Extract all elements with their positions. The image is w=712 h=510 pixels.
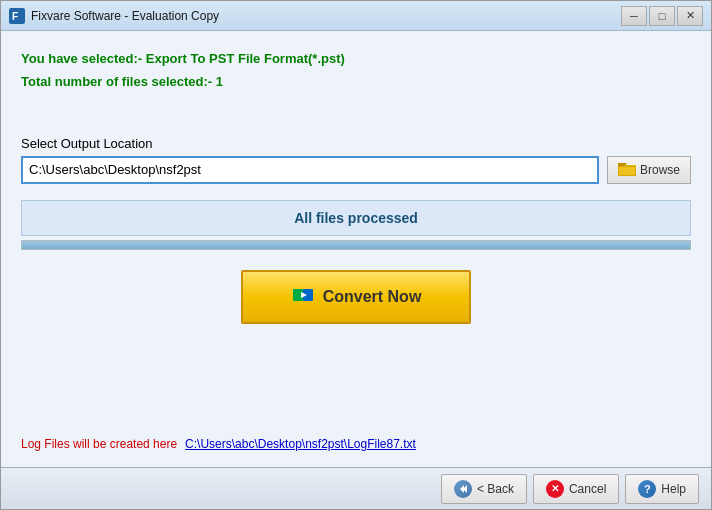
browse-label-text: Browse (640, 163, 680, 177)
bottom-toolbar: < Back ✕ Cancel ? Help (1, 467, 711, 509)
cancel-button[interactable]: ✕ Cancel (533, 474, 619, 504)
back-label: < Back (477, 482, 514, 496)
output-path-input[interactable] (21, 156, 599, 184)
cancel-icon: ✕ (546, 480, 564, 498)
progress-fill (22, 241, 690, 249)
output-row: Browse (21, 156, 691, 184)
info-section: You have selected:- Export To PST File F… (21, 47, 691, 94)
log-files-label: Log Files will be created here (21, 437, 177, 451)
progress-track (21, 240, 691, 250)
cancel-label: Cancel (569, 482, 606, 496)
log-file-link[interactable]: C:\Users\abc\Desktop\nsf2pst\LogFile87.t… (185, 437, 416, 451)
svg-text:F: F (12, 11, 18, 22)
convert-now-button[interactable]: Convert Now (241, 270, 471, 324)
app-icon: F (9, 8, 25, 24)
status-text: All files processed (294, 210, 418, 226)
selected-format-label: You have selected:- Export To PST File F… (21, 47, 691, 70)
svg-rect-6 (619, 167, 635, 175)
help-button[interactable]: ? Help (625, 474, 699, 504)
back-icon (454, 480, 472, 498)
output-section: Select Output Location Browse (21, 136, 691, 184)
title-bar: F Fixvare Software - Evaluation Copy ─ □… (1, 1, 711, 31)
help-label: Help (661, 482, 686, 496)
maximize-button[interactable]: □ (649, 6, 675, 26)
close-button[interactable]: ✕ (677, 6, 703, 26)
back-button[interactable]: < Back (441, 474, 527, 504)
main-content: You have selected:- Export To PST File F… (1, 31, 711, 467)
status-bar: All files processed (21, 200, 691, 236)
convert-icon (291, 283, 315, 311)
browse-button[interactable]: Browse (607, 156, 691, 184)
browse-folder-icon (618, 161, 636, 179)
help-icon: ? (638, 480, 656, 498)
files-count-label: Total number of files selected:- 1 (21, 70, 691, 93)
main-window: F Fixvare Software - Evaluation Copy ─ □… (0, 0, 712, 510)
output-location-label: Select Output Location (21, 136, 691, 151)
convert-button-label: Convert Now (323, 288, 422, 306)
minimize-button[interactable]: ─ (621, 6, 647, 26)
log-section: Log Files will be created here C:\Users\… (21, 437, 691, 451)
window-controls: ─ □ ✕ (621, 6, 703, 26)
window-title: Fixvare Software - Evaluation Copy (31, 9, 621, 23)
convert-section: Convert Now (21, 270, 691, 324)
